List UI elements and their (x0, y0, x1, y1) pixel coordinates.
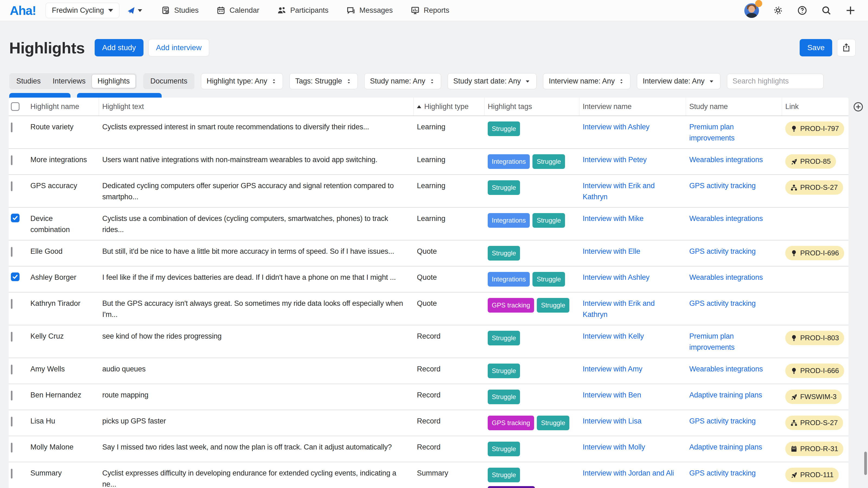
highlight-text[interactable]: Cyclist expresses difficulty in developi… (99, 468, 414, 488)
tag-struggle[interactable]: Struggle (488, 442, 520, 456)
nav-item-messages[interactable]: Messages (346, 6, 393, 15)
tag-struggle[interactable]: Struggle (532, 154, 565, 169)
study-link[interactable]: Wearables integrations (689, 215, 763, 223)
row-checkbox[interactable] (11, 123, 12, 132)
highlight-name[interactable]: Kelly Cruz (27, 331, 99, 342)
interview-link[interactable]: Interview with Mike (583, 215, 643, 223)
row-checkbox[interactable] (11, 391, 12, 400)
highlight-text[interactable]: But the GPS accuracy isn't always great.… (99, 298, 414, 320)
interview-link[interactable]: Interview with Molly (583, 443, 645, 451)
tag-gps-tracking[interactable]: GPS tracking (488, 416, 534, 430)
tag-struggle[interactable]: Struggle (537, 416, 569, 430)
interview-link[interactable]: Interview with Ben (583, 391, 641, 399)
tag-subscriptions[interactable]: Subscriptions (488, 486, 535, 488)
tag-struggle[interactable]: Struggle (532, 272, 565, 287)
workspace-selector[interactable]: Fredwin Cycling (45, 3, 119, 18)
interview-link[interactable]: Interview with Lisa (583, 417, 642, 425)
record-link-chip[interactable]: PROD-I-803 (785, 331, 844, 345)
highlight-name[interactable]: Device combination (27, 213, 99, 235)
record-link-chip[interactable]: PROD-I-696 (785, 246, 844, 260)
save-button[interactable]: Save (800, 39, 832, 56)
highlight-text[interactable]: see kind of how the rides progressing (99, 331, 414, 342)
highlight-name[interactable]: GPS accuracy (27, 180, 99, 191)
study-link[interactable]: Adaptive training plans (689, 443, 762, 451)
highlight-name[interactable]: Ben Hernandez (27, 390, 99, 401)
interview-link[interactable]: Interview with Jordan and Ali (583, 469, 674, 477)
add-column-button[interactable] (853, 101, 864, 112)
search-icon[interactable] (822, 5, 831, 15)
tag-integrations[interactable]: Integrations (488, 154, 530, 169)
nav-item-participants[interactable]: Participants (277, 6, 329, 15)
tag-struggle[interactable]: Struggle (488, 390, 520, 404)
highlight-text[interactable]: I feel like if the if my devices batteri… (99, 272, 414, 283)
tab-interviews[interactable]: Interviews (46, 74, 92, 88)
row-checkbox[interactable] (11, 299, 12, 309)
highlight-name[interactable]: Summary (27, 468, 99, 479)
highlight-name[interactable]: More integrations (27, 154, 99, 165)
row-checkbox[interactable] (11, 214, 20, 222)
column-header-highlight-type[interactable]: Highlight type (414, 98, 485, 116)
row-checkbox[interactable] (11, 417, 12, 426)
column-header-highlight-tags[interactable]: Highlight tags (485, 98, 579, 116)
highlight-name[interactable]: Molly Malone (27, 442, 99, 453)
tab-highlights[interactable]: Highlights (92, 74, 136, 88)
column-header-highlight-text[interactable]: Highlight text (99, 98, 414, 116)
row-checkbox[interactable] (11, 443, 12, 453)
row-checkbox[interactable] (11, 469, 12, 479)
highlight-text[interactable]: route mapping (99, 390, 414, 401)
tag-struggle[interactable]: Struggle (537, 298, 569, 313)
study-link[interactable]: GPS activity tracking (689, 299, 756, 307)
settings-gear-icon[interactable] (773, 5, 783, 15)
column-header-highlight-name[interactable]: Highlight name (27, 98, 99, 116)
share-export-button[interactable] (837, 39, 856, 56)
record-link-chip[interactable]: PROD-111 (785, 468, 839, 482)
record-link-chip[interactable]: PROD-R-31 (785, 442, 843, 456)
row-checkbox[interactable] (11, 182, 12, 191)
tab-studies[interactable]: Studies (10, 74, 46, 88)
highlight-name[interactable]: Route variety (27, 122, 99, 133)
record-link-chip[interactable]: PROD-I-797 (785, 122, 844, 136)
interview-link[interactable]: Interview with Erik and Kathryn (583, 182, 655, 201)
tag-gps-tracking[interactable]: GPS tracking (488, 298, 534, 313)
interview-link[interactable]: Interview with Amy (583, 365, 642, 373)
highlight-text[interactable]: Cyclists use a combination of devices (c… (99, 213, 414, 235)
row-checkbox[interactable] (11, 332, 12, 341)
study-link[interactable]: Wearables integrations (689, 365, 763, 373)
nav-item-studies[interactable]: Studies (161, 6, 198, 15)
highlight-name[interactable]: Ashley Borger (27, 272, 99, 283)
tag-struggle[interactable]: Struggle (532, 213, 565, 228)
tab-documents[interactable]: Documents (143, 73, 194, 89)
row-checkbox[interactable] (11, 365, 12, 375)
filter-study-name[interactable]: Study name: Any (364, 73, 441, 89)
highlight-text[interactable]: Cyclists expressed interest in smart rou… (99, 122, 414, 133)
vertical-scrollbar-thumb[interactable] (864, 452, 867, 475)
record-link-chip[interactable]: FWSWIM-3 (785, 390, 842, 404)
nav-item-calendar[interactable]: Calendar (216, 6, 259, 15)
highlight-text[interactable]: Users want native integrations with non-… (99, 154, 414, 165)
highlight-text[interactable]: audio queues (99, 364, 414, 375)
filter-interview-name[interactable]: Interview name: Any (543, 73, 630, 89)
column-header-study-name[interactable]: Study name (686, 98, 782, 116)
user-avatar[interactable] (744, 3, 759, 18)
highlight-text[interactable]: But still, it'd be nice to have a little… (99, 246, 414, 257)
highlight-name[interactable]: Elle Good (27, 246, 99, 257)
highlight-name[interactable]: Amy Wells (27, 364, 99, 375)
study-link[interactable]: Wearables integrations (689, 273, 763, 282)
column-header-interview-name[interactable]: Interview name (579, 98, 686, 116)
help-icon[interactable] (797, 5, 807, 15)
study-link[interactable]: GPS activity tracking (689, 469, 756, 477)
interview-link[interactable]: Interview with Kelly (583, 332, 644, 340)
interview-link[interactable]: Interview with Elle (583, 247, 640, 255)
tag-integrations[interactable]: Integrations (488, 272, 530, 287)
row-checkbox[interactable] (11, 247, 12, 257)
record-link-chip[interactable]: PROD-I-666 (785, 364, 844, 378)
interview-link[interactable]: Interview with Petey (583, 156, 647, 164)
tag-struggle[interactable]: Struggle (488, 364, 520, 378)
record-link-chip[interactable]: PROD-S-27 (785, 180, 843, 195)
highlight-name[interactable]: Kathryn Tirador (27, 298, 99, 309)
study-link[interactable]: GPS activity tracking (689, 182, 756, 190)
filter-interview-date[interactable]: Interview date: Any (637, 73, 720, 89)
interview-link[interactable]: Interview with Ashley (583, 273, 649, 282)
tag-struggle[interactable]: Struggle (488, 122, 520, 136)
filter-highlight-type[interactable]: Highlight type: Any (201, 73, 283, 89)
